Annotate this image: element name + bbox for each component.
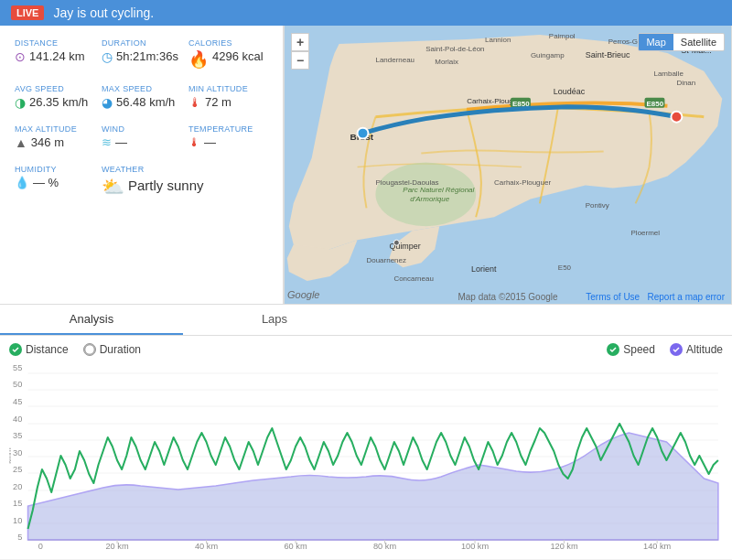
calories-row: 🔥 4296 kcal — [188, 49, 268, 70]
clock-icon: ◷ — [102, 49, 113, 64]
max-altitude-value: 346 m — [31, 135, 64, 149]
svg-text:Morlaix: Morlaix — [435, 58, 458, 66]
legend-altitude[interactable]: Altitude — [670, 343, 723, 356]
humidity-icon: 💧 — [15, 176, 29, 189]
max-altitude-label: MAX ALTITUDE — [15, 124, 94, 134]
live-badge: LIVE — [11, 5, 44, 20]
svg-text:Paimpol: Paimpol — [549, 32, 576, 40]
stats-grid: DISTANCE ⊙ 141.24 km DURATION ◷ 5h:21m:3… — [13, 35, 270, 201]
distance-stat: DISTANCE ⊙ 141.24 km — [13, 35, 96, 73]
svg-text:25: 25 — [13, 465, 22, 474]
tab-bar: Analysis Laps — [0, 305, 732, 336]
min-altitude-value: 72 m — [205, 95, 231, 109]
svg-text:Saint-Pol-de-Léon: Saint-Pol-de-Léon — [425, 45, 484, 53]
svg-text:0: 0 — [38, 542, 43, 551]
avg-speed-row: ◑ 26.35 km/h — [15, 95, 94, 110]
temperature-label: TEMPERATURE — [188, 124, 268, 134]
distance-value: 141.24 km — [29, 49, 85, 63]
tab-analysis[interactable]: Analysis — [0, 305, 183, 335]
min-altitude-row: 🌡 72 m — [188, 95, 268, 110]
weather-row: ⛅ Partly sunny — [102, 176, 268, 198]
max-speed-icon: ◕ — [102, 95, 113, 110]
svg-text:E50: E50 — [558, 264, 572, 272]
min-altitude-icon: 🌡 — [188, 95, 201, 110]
svg-text:50: 50 — [13, 380, 22, 389]
legend-duration-label: Duration — [100, 343, 141, 356]
max-speed-row: ◕ 56.48 km/h — [102, 95, 181, 110]
svg-text:Douarnenez: Douarnenez — [367, 256, 406, 264]
svg-text:45: 45 — [13, 397, 22, 406]
chart-legend: Distance Duration Speed Altitude — [9, 343, 723, 356]
legend-duration[interactable]: Duration — [83, 343, 141, 356]
google-logo: Google — [287, 289, 319, 300]
terms-link[interactable]: Terms of Use — [586, 292, 640, 302]
bottom-section: Analysis Laps Distance Duration — [0, 305, 732, 559]
map-container[interactable]: Parc Naturel Régional d'Armorique Brest … — [284, 26, 732, 304]
chart-svg: 55 50 45 40 35 30 25 20 15 10 5 0 km/h — [9, 360, 723, 552]
svg-text:Parc Naturel Régional: Parc Naturel Régional — [403, 186, 474, 194]
map-zoom-controls: + − — [291, 33, 309, 70]
max-altitude-row: ▲ 346 m — [15, 135, 94, 150]
tab-laps[interactable]: Laps — [183, 305, 366, 335]
wind-row: ≋ — — [102, 135, 181, 149]
svg-text:Carhaix-Plouguer: Carhaix-Plouguer — [494, 178, 551, 187]
legend-speed[interactable]: Speed — [607, 343, 655, 356]
svg-text:E850: E850 — [647, 100, 664, 108]
zoom-in-button[interactable]: + — [291, 33, 309, 51]
weather-stat: WEATHER ⛅ Partly sunny — [100, 161, 270, 201]
legend-distance-label: Distance — [26, 343, 69, 356]
map-panel: Parc Naturel Régional d'Armorique Brest … — [284, 26, 732, 304]
weather-label: WEATHER — [102, 165, 268, 174]
svg-point-37 — [671, 112, 682, 123]
stats-panel: DISTANCE ⊙ 141.24 km DURATION ◷ 5h:21m:3… — [0, 26, 284, 304]
svg-text:55: 55 — [13, 363, 22, 372]
status-text: Jay is out cycling. — [53, 5, 154, 20]
calories-label: CALORIES — [188, 38, 268, 48]
svg-text:5: 5 — [17, 533, 22, 542]
duration-row: ◷ 5h:21m:36s — [102, 49, 181, 64]
map-button[interactable]: Map — [639, 34, 673, 50]
report-link[interactable]: Report a map error — [648, 292, 725, 302]
svg-text:35: 35 — [13, 431, 22, 440]
humidity-value: — % — [33, 176, 59, 189]
legend-altitude-label: Altitude — [686, 343, 723, 356]
map-type-controls: Map Satellite — [638, 33, 725, 51]
humidity-label: HUMIDITY — [15, 165, 94, 174]
fire-icon: 🔥 — [188, 49, 209, 70]
mountain-icon: ▲ — [15, 135, 27, 150]
map-svg: Parc Naturel Régional d'Armorique Brest … — [284, 26, 732, 304]
location-icon: ⊙ — [15, 49, 26, 64]
svg-text:20: 20 — [13, 482, 22, 491]
legend-speed-label: Speed — [623, 343, 655, 356]
svg-text:km/h: km/h — [9, 447, 13, 463]
svg-text:Landerneau: Landerneau — [375, 56, 414, 64]
min-altitude-label: MIN ALTITUDE — [188, 84, 268, 93]
svg-text:Loudéac: Loudéac — [554, 87, 586, 96]
svg-text:Lorient: Lorient — [471, 264, 497, 274]
distance-label: DISTANCE — [15, 38, 94, 48]
svg-text:Lamballe: Lamballe — [653, 70, 684, 78]
avg-speed-label: AVG SPEED — [15, 84, 94, 93]
svg-text:Plougastel-Daoulas: Plougastel-Daoulas — [375, 178, 438, 187]
humidity-stat: HUMIDITY 💧 — % — [13, 161, 96, 201]
legend-altitude-dot — [670, 343, 683, 356]
svg-point-39 — [85, 345, 94, 354]
svg-text:10: 10 — [13, 516, 22, 525]
svg-text:Ploermel: Ploermel — [631, 229, 661, 237]
legend-duration-dot — [83, 343, 96, 356]
legend-distance[interactable]: Distance — [9, 343, 69, 356]
wind-label: WIND — [102, 124, 181, 134]
zoom-out-button[interactable]: − — [291, 51, 309, 70]
duration-stat: DURATION ◷ 5h:21m:36s — [100, 35, 183, 73]
weather-icon: ⛅ — [102, 176, 124, 198]
svg-text:d'Armorique: d'Armorique — [410, 195, 449, 203]
temperature-stat: TEMPERATURE 🌡 — — [187, 121, 270, 154]
chart-area: Distance Duration Speed Altitude — [0, 336, 732, 555]
satellite-button[interactable]: Satellite — [673, 34, 724, 50]
svg-text:Pontivy: Pontivy — [586, 201, 609, 210]
max-speed-stat: MAX SPEED ◕ 56.48 km/h — [100, 81, 183, 113]
max-altitude-stat: MAX ALTITUDE ▲ 346 m — [13, 121, 96, 154]
temperature-value: — — [204, 135, 216, 149]
svg-text:Dinan: Dinan — [676, 79, 695, 87]
top-section: DISTANCE ⊙ 141.24 km DURATION ◷ 5h:21m:3… — [0, 26, 732, 305]
